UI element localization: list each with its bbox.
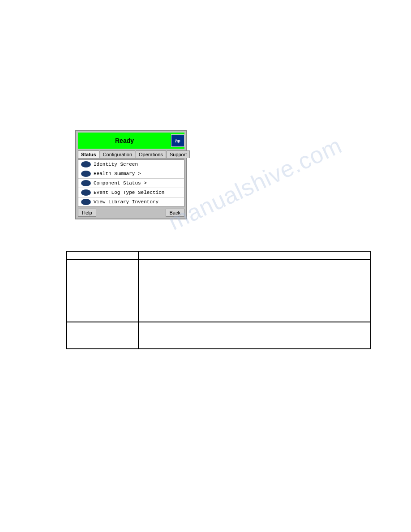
menu-item-health[interactable]: Health Summary >	[78, 169, 184, 179]
main-table	[66, 251, 371, 349]
menu-item-component[interactable]: Component Status >	[78, 179, 184, 188]
table-cell-col2-row2	[138, 322, 370, 349]
bottom-bar: Help Back	[78, 209, 184, 217]
table-row	[67, 259, 370, 322]
menu-item-eventlog[interactable]: Event Log Type Selection	[78, 188, 184, 197]
table-header-col1	[67, 251, 138, 259]
tab-status[interactable]: Status	[78, 150, 99, 158]
table-header-row	[67, 251, 370, 259]
menu-item-health-label: Health Summary >	[94, 171, 141, 176]
menu-item-identity[interactable]: Identity Screen	[78, 160, 184, 169]
menu-item-inventory[interactable]: View Library Inventory	[78, 197, 184, 206]
watermark: manualshive.com	[164, 132, 346, 236]
table-cell-col1-row1	[67, 259, 138, 322]
bullet-icon	[81, 189, 91, 196]
table-cell-col2-row1	[138, 259, 370, 322]
ready-bar: Ready hp	[78, 133, 184, 149]
menu-item-eventlog-label: Event Log Type Selection	[94, 190, 164, 195]
bullet-icon	[81, 161, 91, 167]
table-row	[67, 322, 370, 349]
bullet-icon	[81, 171, 91, 177]
table-header-col2	[138, 251, 370, 259]
bullet-icon	[81, 180, 91, 186]
tab-configuration[interactable]: Configuration	[100, 150, 135, 158]
menu-item-component-label: Component Status >	[94, 180, 147, 186]
bullet-icon	[81, 199, 91, 205]
tab-operations[interactable]: Operations	[136, 150, 166, 158]
ready-label: Ready	[78, 137, 171, 144]
device-panel: Ready hp Status Configuration Operations…	[75, 130, 187, 219]
table-cell-col1-row2	[67, 322, 138, 349]
menu-item-inventory-label: View Library Inventory	[94, 199, 158, 205]
menu-item-identity-label: Identity Screen	[94, 162, 138, 167]
menu-list: Identity Screen Health Summary > Compone…	[78, 159, 184, 207]
back-button[interactable]: Back	[166, 209, 184, 217]
tab-support[interactable]: Support	[167, 150, 190, 158]
hp-logo: hp	[171, 134, 184, 147]
tabs-bar: Status Configuration Operations Support	[78, 150, 184, 159]
help-button[interactable]: Help	[78, 209, 96, 217]
hp-logo-text: hp	[175, 138, 180, 143]
